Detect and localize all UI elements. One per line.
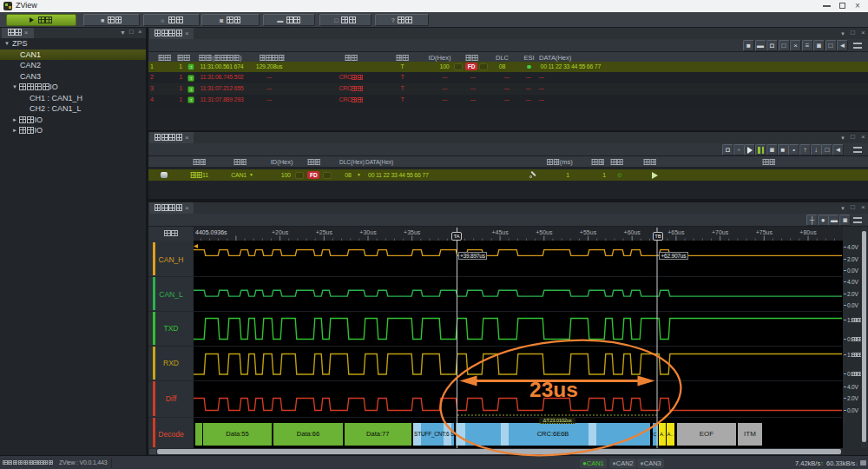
svg-text:23us: 23us: [529, 378, 578, 401]
